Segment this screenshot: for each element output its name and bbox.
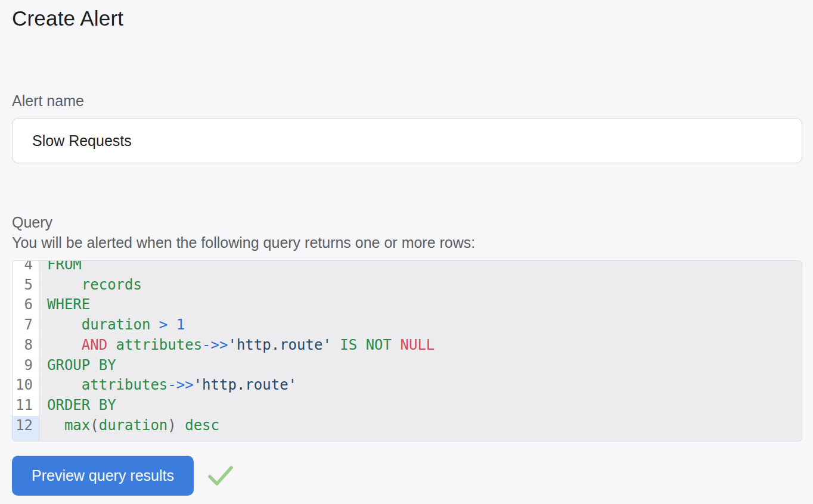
code-text: GROUP BY [39,356,802,376]
code-text: WHERE [39,295,802,315]
code-text: records [39,275,802,295]
actions-row: Preview query results [12,456,802,496]
page-title: Create Alert [12,5,802,32]
code-line-5: 5 records [13,275,802,295]
create-alert-page: Create Alert Alert name Query You will b… [0,5,813,496]
code-line-7: 7 duration > 1 [13,315,802,335]
line-number: 10 [13,375,39,396]
code-line-9: 9GROUP BY [13,356,802,376]
code-line-11: 11ORDER BY [13,396,802,416]
line-number: 9 [13,356,39,376]
alert-name-label: Alert name [12,91,802,111]
line-number: 4 [13,260,39,275]
line-number: 5 [13,275,39,295]
code-lines: 4FROM5 records6WHERE7 duration > 18 AND … [13,260,802,441]
preview-query-results-button[interactable]: Preview query results [12,456,194,496]
code-text: ORDER BY [39,396,802,416]
code-text: max(duration) desc [39,416,802,441]
line-number: 8 [13,335,39,356]
query-label: Query [12,212,802,232]
line-number: 11 [13,396,39,416]
code-line-4: 4FROM [13,260,802,275]
line-number: 12 [13,416,39,441]
alert-name-input[interactable] [12,118,802,163]
code-line-10: 10 attributes->>'http.route' [13,375,802,396]
code-line-6: 6WHERE [13,295,802,315]
code-line-8: 8 AND attributes->>'http.route' IS NOT N… [13,335,802,356]
code-line-12: 12 max(duration) desc [13,416,802,441]
code-text: attributes->>'http.route' [39,375,802,396]
line-number: 7 [13,315,39,335]
code-text: duration > 1 [39,315,802,335]
sql-query-editor[interactable]: 4FROM5 records6WHERE7 duration > 18 AND … [12,260,802,441]
code-text: AND attributes->>'http.route' IS NOT NUL… [39,335,802,356]
code-text: FROM [39,260,802,275]
check-icon [207,463,234,489]
line-number: 6 [13,295,39,315]
query-description: You will be alerted when the following q… [12,232,802,253]
